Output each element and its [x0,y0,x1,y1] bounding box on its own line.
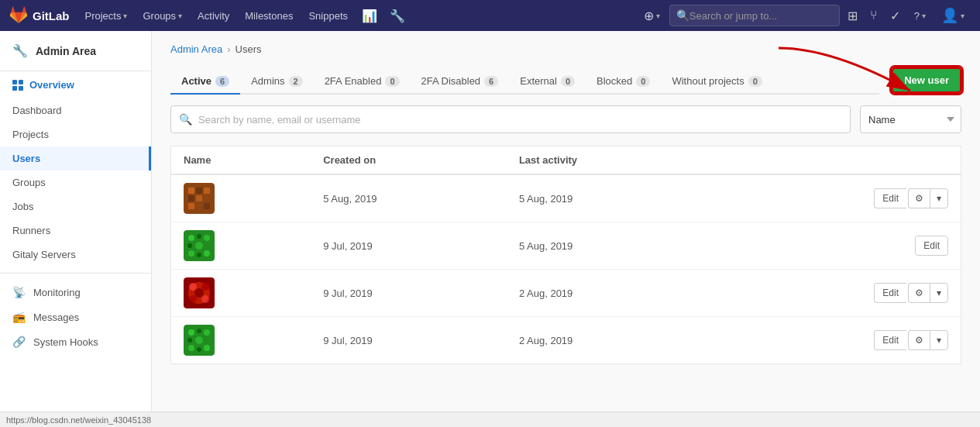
search-input[interactable] [689,10,829,22]
chevron-down-icon: ▾ [922,12,926,20]
row-actions: Edit ⚙ ▾ [726,188,948,208]
edit-button[interactable]: Edit [915,236,948,256]
tab-admins-label: Admins [251,75,284,87]
breadcrumb-current: Users [236,43,262,55]
user-name-cell [171,317,311,364]
sidebar-item-groups[interactable]: Groups [0,170,151,195]
nav-plus-button[interactable]: ⊕ ▾ [638,0,666,31]
nav-chart-icon[interactable]: 📊 [357,9,382,23]
messages-label: Messages [33,312,79,323]
dropdown-arrow-button[interactable]: ▾ [930,283,948,303]
avatar-icon: 👤 [941,7,958,24]
user-tabs: Active 6 Admins 2 2FA Enabled 0 2FA Disa… [170,69,879,95]
svg-point-29 [197,329,201,333]
app-logo[interactable]: GitLab [9,6,70,25]
sidebar-item-system-hooks[interactable]: 🔗 System Hooks [0,329,151,354]
monitoring-label: Monitoring [33,287,81,298]
groups-label: Groups [12,177,46,188]
user-search-input[interactable] [198,114,842,126]
sidebar-item-overview[interactable]: Overview [0,71,151,98]
svg-point-11 [188,235,194,241]
sidebar-item-dashboard[interactable]: Dashboard [0,98,151,122]
chevron-down-icon: ▾ [123,12,127,20]
global-search: 🔍 [669,5,840,26]
sidebar-item-users[interactable]: Users [0,146,151,170]
svg-rect-2 [196,188,202,194]
tab-2fa-enabled-label: 2FA Enabled [325,75,382,87]
chevron-down-icon: ▾ [961,12,965,20]
tab-2fa-enabled[interactable]: 2FA Enabled 0 [314,69,411,95]
sidebar-divider [0,273,151,274]
svg-rect-3 [204,188,210,194]
tab-blocked[interactable]: Blocked 0 [586,69,661,95]
sidebar-item-runners[interactable]: Runners [0,219,151,243]
tab-without-projects-label: Without projects [672,75,744,87]
svg-rect-7 [188,203,194,209]
user-activity-cell: 5 Aug, 2019 [507,174,714,222]
svg-point-26 [194,288,204,298]
nav-help[interactable]: ? ▾ [908,0,932,31]
tab-2fa-enabled-count: 0 [385,76,399,87]
user-activity-cell: 5 Aug, 2019 [507,222,714,270]
user-actions-cell: Edit ⚙ ▾ [714,270,961,317]
tab-without-projects[interactable]: Without projects 0 [661,69,772,95]
messages-icon: 📻 [12,311,26,323]
nav-layout-icon[interactable]: ⊞ [843,9,862,23]
tab-2fa-disabled[interactable]: 2FA Disabled 6 [411,69,510,95]
tab-external[interactable]: External 0 [509,69,586,95]
users-label: Users [12,153,40,164]
nav-snippets[interactable]: Snippets [302,0,354,31]
table-header-row: Name Created on Last activity [171,146,961,175]
table-row: 9 Jul, 2019 2 Aug, 2019 Edit ⚙ ▾ [171,317,961,364]
table-row: 9 Jul, 2019 5 Aug, 2019 Edit [171,222,961,270]
svg-point-35 [197,347,201,352]
gear-button[interactable]: ⚙ [908,188,930,208]
new-user-button[interactable]: New user [892,67,961,93]
breadcrumb-admin[interactable]: Admin Area [170,43,222,55]
chevron-down-icon: ▾ [656,12,660,20]
col-created: Created on [311,146,507,175]
user-name-cell [171,270,311,317]
gear-button[interactable]: ⚙ [908,283,930,303]
tab-external-count: 0 [561,76,575,87]
tab-admins[interactable]: Admins 2 [240,69,313,95]
svg-point-34 [188,345,194,351]
user-search-box: 🔍 [170,105,851,133]
svg-point-19 [204,250,210,257]
nav-milestones[interactable]: Milestones [239,0,299,31]
status-url: https://blog.csdn.net/weixin_43045138 [6,415,151,425]
nav-wrench-icon[interactable]: 🔧 [385,9,410,23]
gear-group: ⚙ ▾ [908,188,948,208]
edit-button[interactable]: Edit [874,330,906,350]
svg-point-22 [189,283,197,291]
svg-point-18 [197,253,201,257]
tab-blocked-label: Blocked [597,75,632,87]
nav-merge-icon[interactable]: ⑂ [865,9,882,22]
sidebar-item-gitaly[interactable]: Gitaly Servers [0,243,151,267]
dropdown-arrow-button[interactable]: ▾ [930,188,948,208]
edit-button[interactable]: Edit [874,283,906,303]
user-avatar [184,325,215,356]
wrench-icon: 🔧 [12,43,28,58]
gitaly-label: Gitaly Servers [12,249,76,260]
tab-active[interactable]: Active 6 [170,69,240,95]
nav-projects[interactable]: Projects ▾ [79,0,134,31]
nav-user-avatar[interactable]: 👤 ▾ [935,0,971,31]
nav-check-icon[interactable]: ✓ [885,9,905,23]
sidebar-item-monitoring[interactable]: 📡 Monitoring [0,280,151,305]
table-row: 9 Jul, 2019 2 Aug, 2019 Edit ⚙ ▾ [171,270,961,317]
sort-select[interactable]: Name Oldest sign in Newest sign in Oldes… [860,105,961,133]
projects-label: Projects [12,129,49,140]
edit-button[interactable]: Edit [874,188,906,208]
nav-activity[interactable]: Activity [191,0,236,31]
sidebar-item-messages[interactable]: 📻 Messages [0,305,151,329]
sidebar-item-projects[interactable]: Projects [0,122,151,146]
nav-groups[interactable]: Groups ▾ [136,0,188,31]
user-actions-cell: Edit [714,222,961,270]
svg-rect-1 [188,188,194,194]
gear-button[interactable]: ⚙ [908,330,930,350]
user-name-cell [171,222,311,270]
sidebar-header: 🔧 Admin Area [0,31,151,71]
dropdown-arrow-button[interactable]: ▾ [930,330,948,350]
sidebar-item-jobs[interactable]: Jobs [0,195,151,219]
